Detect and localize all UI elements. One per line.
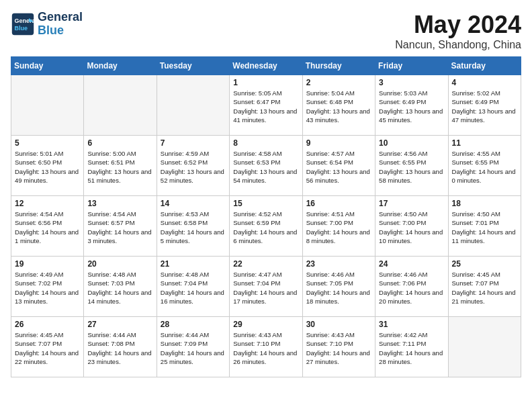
calendar-day-cell: 24Sunrise: 4:46 AMSunset: 7:06 PMDayligh… [375,257,448,317]
day-info: Sunrise: 5:05 AMSunset: 6:47 PMDaylight:… [233,89,298,124]
day-number: 15 [233,199,298,208]
calendar-day-cell: 21Sunrise: 4:48 AMSunset: 7:04 PMDayligh… [157,257,229,317]
day-info: Sunrise: 4:44 AMSunset: 7:08 PMDaylight:… [87,330,152,366]
day-number: 25 [452,259,517,269]
day-number: 10 [379,138,444,148]
day-number: 19 [15,259,80,269]
day-number: 14 [161,199,226,208]
weekday-header-monday: Monday [84,57,157,75]
calendar-day-cell: 28Sunrise: 4:44 AMSunset: 7:09 PMDayligh… [157,317,229,377]
day-info: Sunrise: 4:45 AMSunset: 7:07 PMDaylight:… [15,330,80,366]
location-label: Nancun, Shandong, China [395,39,521,51]
calendar-day-cell: 10Sunrise: 4:56 AMSunset: 6:55 PMDayligh… [375,136,448,196]
calendar-day-cell [11,75,84,136]
day-info: Sunrise: 4:46 AMSunset: 7:05 PMDaylight:… [306,270,371,306]
calendar-day-cell: 30Sunrise: 4:43 AMSunset: 7:10 PMDayligh… [302,317,375,377]
day-info: Sunrise: 4:53 AMSunset: 6:58 PMDaylight:… [161,210,226,245]
calendar-day-cell: 19Sunrise: 4:49 AMSunset: 7:02 PMDayligh… [11,257,84,317]
day-number: 31 [379,320,444,329]
calendar-day-cell: 29Sunrise: 4:43 AMSunset: 7:10 PMDayligh… [230,317,302,377]
day-number: 16 [306,199,371,208]
weekday-header-saturday: Saturday [448,57,521,75]
calendar-day-cell: 14Sunrise: 4:53 AMSunset: 6:58 PMDayligh… [157,196,229,257]
day-number: 2 [306,78,371,87]
day-info: Sunrise: 5:04 AMSunset: 6:48 PMDaylight:… [306,89,371,124]
calendar-day-cell: 2Sunrise: 5:04 AMSunset: 6:48 PMDaylight… [302,75,375,136]
calendar-day-cell: 1Sunrise: 5:05 AMSunset: 6:47 PMDaylight… [230,75,302,136]
day-number: 30 [306,320,371,329]
day-info: Sunrise: 4:49 AMSunset: 7:02 PMDaylight:… [15,270,80,306]
calendar-day-cell: 27Sunrise: 4:44 AMSunset: 7:08 PMDayligh… [84,317,157,377]
calendar-day-cell: 18Sunrise: 4:50 AMSunset: 7:01 PMDayligh… [448,196,521,257]
day-number: 20 [87,259,152,269]
calendar-table: SundayMondayTuesdayWednesdayThursdayFrid… [11,56,521,377]
weekday-header-tuesday: Tuesday [157,57,229,75]
calendar-week-row: 5Sunrise: 5:01 AMSunset: 6:50 PMDaylight… [11,136,521,196]
calendar-day-cell: 12Sunrise: 4:54 AMSunset: 6:56 PMDayligh… [11,196,84,257]
day-info: Sunrise: 4:56 AMSunset: 6:55 PMDaylight:… [379,149,444,185]
calendar-week-row: 1Sunrise: 5:05 AMSunset: 6:47 PMDaylight… [11,75,521,136]
day-number: 11 [452,138,517,148]
calendar-day-cell: 6Sunrise: 5:00 AMSunset: 6:51 PMDaylight… [84,136,157,196]
day-number: 29 [233,320,298,329]
day-info: Sunrise: 4:54 AMSunset: 6:56 PMDaylight:… [15,210,80,245]
weekday-header-wednesday: Wednesday [230,57,302,75]
logo: General Blue General Blue [11,11,83,38]
calendar-week-row: 19Sunrise: 4:49 AMSunset: 7:02 PMDayligh… [11,257,521,317]
calendar-day-cell: 26Sunrise: 4:45 AMSunset: 7:07 PMDayligh… [11,317,84,377]
calendar-week-row: 12Sunrise: 4:54 AMSunset: 6:56 PMDayligh… [11,196,521,257]
calendar-day-cell [84,75,157,136]
day-number: 17 [379,199,444,208]
day-info: Sunrise: 4:43 AMSunset: 7:10 PMDaylight:… [233,330,298,366]
day-number: 24 [379,259,444,269]
svg-text:Blue: Blue [14,25,28,32]
day-info: Sunrise: 4:58 AMSunset: 6:53 PMDaylight:… [233,149,298,185]
page-header: General Blue General Blue May 2024 Nancu… [11,11,521,51]
day-number: 23 [306,259,371,269]
calendar-day-cell: 8Sunrise: 4:58 AMSunset: 6:53 PMDaylight… [230,136,302,196]
calendar-day-cell: 11Sunrise: 4:55 AMSunset: 6:55 PMDayligh… [448,136,521,196]
day-info: Sunrise: 4:42 AMSunset: 7:11 PMDaylight:… [379,330,444,366]
day-info: Sunrise: 4:55 AMSunset: 6:55 PMDaylight:… [452,149,517,185]
logo-blue: Blue [38,24,83,38]
day-info: Sunrise: 5:00 AMSunset: 6:51 PMDaylight:… [87,149,152,185]
day-number: 6 [87,138,152,148]
calendar-day-cell: 5Sunrise: 5:01 AMSunset: 6:50 PMDaylight… [11,136,84,196]
calendar-day-cell: 20Sunrise: 4:48 AMSunset: 7:03 PMDayligh… [84,257,157,317]
weekday-header-sunday: Sunday [11,57,84,75]
month-title: May 2024 [395,11,521,39]
day-info: Sunrise: 4:44 AMSunset: 7:09 PMDaylight:… [161,330,226,366]
calendar-day-cell: 22Sunrise: 4:47 AMSunset: 7:04 PMDayligh… [230,257,302,317]
day-info: Sunrise: 4:48 AMSunset: 7:04 PMDaylight:… [161,270,226,306]
calendar-day-cell: 4Sunrise: 5:02 AMSunset: 6:49 PMDaylight… [448,75,521,136]
day-info: Sunrise: 4:57 AMSunset: 6:54 PMDaylight:… [306,149,371,185]
day-number: 13 [87,199,152,208]
calendar-day-cell: 7Sunrise: 4:59 AMSunset: 6:52 PMDaylight… [157,136,229,196]
logo-general: General [38,11,83,24]
logo-icon: General Blue [11,12,35,36]
day-number: 26 [15,320,80,329]
day-number: 7 [161,138,226,148]
day-number: 28 [161,320,226,329]
title-area: May 2024 Nancun, Shandong, China [395,11,521,51]
day-info: Sunrise: 5:01 AMSunset: 6:50 PMDaylight:… [15,149,80,185]
day-info: Sunrise: 4:45 AMSunset: 7:07 PMDaylight:… [452,270,517,306]
day-info: Sunrise: 5:02 AMSunset: 6:49 PMDaylight:… [452,89,517,124]
day-number: 18 [452,199,517,208]
day-number: 22 [233,259,298,269]
day-number: 21 [161,259,226,269]
calendar-day-cell [448,317,521,377]
weekday-header-thursday: Thursday [302,57,375,75]
calendar-day-cell: 23Sunrise: 4:46 AMSunset: 7:05 PMDayligh… [302,257,375,317]
weekday-header-friday: Friday [375,57,448,75]
day-info: Sunrise: 4:48 AMSunset: 7:03 PMDaylight:… [87,270,152,306]
day-info: Sunrise: 5:03 AMSunset: 6:49 PMDaylight:… [379,89,444,124]
calendar-day-cell: 9Sunrise: 4:57 AMSunset: 6:54 PMDaylight… [302,136,375,196]
day-number: 5 [15,138,80,148]
calendar-day-cell: 3Sunrise: 5:03 AMSunset: 6:49 PMDaylight… [375,75,448,136]
day-info: Sunrise: 4:59 AMSunset: 6:52 PMDaylight:… [161,149,226,185]
day-info: Sunrise: 4:43 AMSunset: 7:10 PMDaylight:… [306,330,371,366]
day-info: Sunrise: 4:52 AMSunset: 6:59 PMDaylight:… [233,210,298,245]
calendar-day-cell: 15Sunrise: 4:52 AMSunset: 6:59 PMDayligh… [230,196,302,257]
calendar-day-cell: 16Sunrise: 4:51 AMSunset: 7:00 PMDayligh… [302,196,375,257]
